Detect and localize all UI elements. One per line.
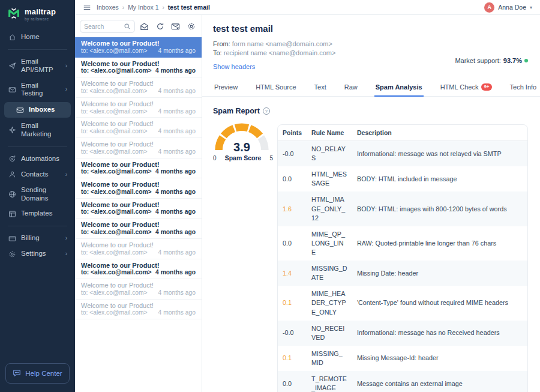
email-to: to: <alex.co@mail.com>: [81, 148, 148, 156]
sidebar-item-label: Email Testing: [21, 82, 61, 98]
email-time: 4 months ago: [155, 188, 196, 196]
tab-spam-analysis[interactable]: Spam Analysis: [374, 79, 424, 97]
show-headers-link[interactable]: Show headers: [213, 63, 255, 70]
sidebar-item-contacts[interactable]: Contacts ›: [0, 167, 75, 182]
chevron-right-icon: ›: [65, 250, 67, 258]
table-column-header: Rule Name: [307, 125, 352, 141]
rule-name-cell: MIME_QP_LONG_LINE: [307, 226, 352, 261]
sidebar-item-label: Home: [21, 33, 40, 41]
table-column-header: Points: [278, 125, 307, 141]
refresh-icon[interactable]: [154, 20, 166, 33]
breadcrumb-item[interactable]: Inboxes: [97, 4, 119, 11]
sidebar-divider: [8, 49, 67, 50]
email-list-item[interactable]: Welcome to our Product! to: <alex.co@mai…: [75, 259, 202, 280]
email-list-item[interactable]: Welcome to our Product! to: <alex.co@mai…: [75, 279, 202, 300]
gauge-min: 0: [213, 155, 217, 161]
tab-html-source[interactable]: HTML Source: [254, 79, 297, 97]
email-time: 4 months ago: [155, 208, 196, 216]
sidebar-item-settings[interactable]: Settings ›: [0, 246, 75, 262]
email-list-item[interactable]: Welcome to our Product! to: <alex.co@mai…: [75, 158, 202, 179]
email-time: 4 months ago: [158, 249, 196, 257]
table-row: 0.0 MIME_QP_LONG_LINE RAW: Quoted-printa…: [278, 226, 527, 261]
rule-name-cell: HTML_MESSAGE: [307, 166, 352, 191]
table-row: 0.1 MIME_HEADER_CTYPE_ONLY 'Content-Type…: [278, 286, 527, 320]
sidebar-item-label: Sending Domains: [21, 186, 67, 203]
email-time: 4 months ago: [158, 309, 196, 317]
email-subject: Welcome to our Product!: [81, 40, 196, 47]
email-list-item[interactable]: Welcome to our Product! to: <alex.co@mai…: [75, 77, 202, 98]
tab-raw[interactable]: Raw: [343, 79, 359, 97]
email-list-item[interactable]: Welcome to our Product! to: <alex.co@mai…: [75, 37, 202, 58]
email-list-item[interactable]: Welcome to our Product! to: <alex.co@mai…: [75, 58, 202, 78]
help-center-button[interactable]: Help Center: [5, 363, 70, 384]
email-list-item[interactable]: Welcome to our Product! to: <alex.co@mai…: [75, 300, 202, 320]
email-subject: Welcome to our Product!: [81, 181, 196, 188]
inbox-settings-gear-icon[interactable]: [185, 20, 197, 33]
help-icon[interactable]: ?: [263, 107, 270, 115]
email-to: to: <alex.co@mail.com>: [81, 208, 152, 216]
sidebar-item-automations[interactable]: Automations: [0, 151, 75, 167]
sidebar-item-label: Contacts: [21, 170, 48, 179]
description-cell: 'Content-Type' found without required MI…: [352, 286, 527, 320]
email-list-item[interactable]: Welcome to our Product! to: <alex.co@mai…: [75, 178, 202, 199]
sidebar-item-billing[interactable]: Billing ›: [0, 231, 75, 246]
status-dot-green: [524, 59, 528, 62]
sidebar-item-label: Automations: [21, 155, 59, 163]
sidebar-item-templates[interactable]: Templates: [0, 206, 75, 222]
tab-tech-info[interactable]: Tech Info: [509, 79, 538, 97]
tab-preview[interactable]: Preview: [213, 79, 239, 97]
globe-icon: [8, 190, 16, 199]
email-to: to: <alex.co@mail.com>: [81, 249, 148, 257]
description-cell: Missing Message-Id: header: [352, 346, 527, 371]
tab-badge: 9+: [481, 83, 491, 91]
mailtrap-logo[interactable]: mailtrap by railsware: [0, 0, 75, 29]
spark-icon: [8, 126, 16, 134]
email-title: test test email: [213, 23, 528, 34]
sidebar-item-email-marketing[interactable]: Email Marketing: [0, 118, 75, 142]
tab-html-check[interactable]: HTML Check 9+: [439, 79, 493, 97]
table-row: 1.4 MISSING_DATE Missing Date: header: [278, 261, 527, 286]
mark-read-icon[interactable]: [138, 20, 151, 33]
points-cell: 0.0: [278, 166, 307, 191]
sidebar-item-inboxes[interactable]: Inboxes: [4, 102, 71, 118]
user-menu[interactable]: A Anna Doe ▾: [484, 2, 532, 13]
email-time: 4 months ago: [155, 67, 196, 75]
search-input[interactable]: [84, 23, 121, 30]
email-time: 4 months ago: [158, 148, 196, 156]
rule-name-cell: MISSING_DATE: [307, 261, 352, 286]
email-list-item[interactable]: Welcome to our Product! to: <alex.co@mai…: [75, 219, 202, 239]
sidebar-item-email-api-smtp[interactable]: Email API/SMTP ›: [0, 54, 75, 78]
inbox-envelope-icon: [16, 106, 24, 114]
sidebar-divider: [8, 226, 67, 226]
email-list-item[interactable]: Welcome to our Product! to: <alex.co@mai…: [75, 118, 202, 138]
sidebar-item-email-testing[interactable]: Email Testing ›: [0, 78, 75, 102]
tab-label: Tech Info: [510, 83, 537, 91]
brand-byline: by railsware: [25, 17, 56, 21]
email-time: 4 months ago: [158, 47, 196, 55]
email-subject: Welcome to our Product!: [81, 201, 196, 208]
email-list-item[interactable]: Welcome to our Product! to: <alex.co@mai…: [75, 138, 202, 158]
breadcrumb-item[interactable]: My Inbox 1: [128, 4, 158, 11]
from-value: form name <name@domain.com>: [232, 40, 332, 47]
email-list-item[interactable]: Welcome to our Product! to: <alex.co@mai…: [75, 239, 202, 259]
hamburger-menu-icon[interactable]: [83, 3, 91, 11]
clear-inbox-icon[interactable]: [169, 20, 182, 33]
email-time: 4 months ago: [158, 289, 196, 297]
tab-text[interactable]: Text: [313, 79, 328, 97]
user-name: Anna Doe: [498, 4, 526, 11]
sidebar-item-home[interactable]: Home: [0, 29, 75, 45]
search-icon: [124, 23, 131, 30]
table-row: -0.0 NO_RELAYS Informational: message wa…: [278, 141, 527, 167]
email-to: to: <alex.co@mail.com>: [81, 289, 148, 297]
email-subject: Welcome to our Product!: [81, 60, 196, 67]
email-list-item[interactable]: Welcome to our Product! to: <alex.co@mai…: [75, 199, 202, 219]
search-box[interactable]: [80, 20, 135, 33]
email-list-item[interactable]: Welcome to our Product! to: <alex.co@mai…: [75, 98, 202, 118]
email-subject: Welcome to our Product!: [81, 161, 196, 168]
rule-name-cell: T_REMOTE_IMAGE: [307, 371, 352, 392]
email-subject: Welcome to our Product!: [81, 80, 196, 87]
sidebar-item-label: Inboxes: [29, 106, 55, 114]
sidebar-item-sending-domains[interactable]: Sending Domains: [0, 182, 75, 207]
email-subject: Welcome to our Product!: [81, 221, 196, 228]
market-support: Market support: 93.7%: [455, 57, 528, 64]
